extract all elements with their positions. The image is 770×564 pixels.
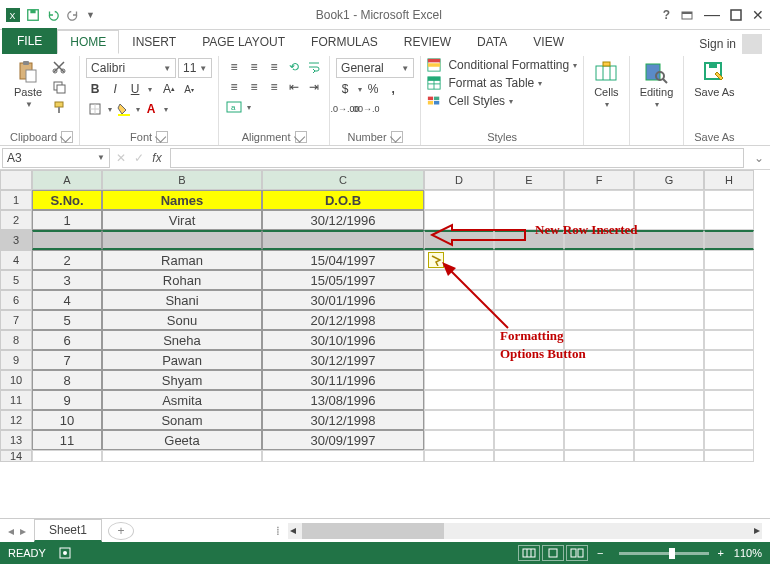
cell[interactable]	[424, 370, 494, 390]
row-header[interactable]: 8	[0, 330, 32, 350]
scroll-right-icon[interactable]: ▸	[754, 523, 760, 537]
cell[interactable]	[704, 250, 754, 270]
comma-icon[interactable]: ,	[384, 80, 402, 98]
font-name-select[interactable]: Calibri▼	[86, 58, 176, 78]
cell[interactable]: 15/04/1997	[262, 250, 424, 270]
minimize-icon[interactable]: —	[704, 6, 720, 24]
redo-icon[interactable]	[66, 8, 80, 22]
cell[interactable]: 3	[32, 270, 102, 290]
cell[interactable]	[704, 270, 754, 290]
row-header[interactable]: 11	[0, 390, 32, 410]
cell[interactable]	[634, 370, 704, 390]
cut-icon[interactable]	[50, 58, 68, 76]
cell[interactable]: 8	[32, 370, 102, 390]
cell[interactable]	[564, 350, 634, 370]
qat-customize-icon[interactable]: ▼	[86, 10, 95, 20]
cell[interactable]: 11	[32, 430, 102, 450]
cell[interactable]: 20/12/1998	[262, 310, 424, 330]
cell[interactable]: Pawan	[102, 350, 262, 370]
cell[interactable]	[634, 330, 704, 350]
col-header-F[interactable]: F	[564, 170, 634, 190]
maximize-icon[interactable]	[730, 9, 742, 21]
page-layout-view-icon[interactable]	[542, 545, 564, 561]
zoom-out-button[interactable]: −	[597, 547, 603, 559]
paste-button[interactable]: Paste ▼	[10, 58, 46, 111]
cell[interactable]	[704, 310, 754, 330]
cell[interactable]	[704, 190, 754, 210]
cell[interactable]	[262, 450, 424, 462]
zoom-in-button[interactable]: +	[717, 547, 723, 559]
select-all-corner[interactable]	[0, 170, 32, 190]
increase-font-icon[interactable]: A▴	[160, 80, 178, 98]
cell[interactable]: Shani	[102, 290, 262, 310]
tab-review[interactable]: REVIEW	[391, 30, 464, 54]
cell[interactable]: S.No.	[32, 190, 102, 210]
col-header-E[interactable]: E	[494, 170, 564, 190]
cell[interactable]: 30/11/1996	[262, 370, 424, 390]
cell[interactable]	[634, 270, 704, 290]
cell[interactable]	[564, 330, 634, 350]
tab-insert[interactable]: INSERT	[119, 30, 189, 54]
sign-in[interactable]: Sign in	[691, 34, 770, 54]
cell[interactable]	[704, 430, 754, 450]
close-icon[interactable]: ✕	[752, 7, 764, 23]
cell[interactable]: Geeta	[102, 430, 262, 450]
cell[interactable]	[634, 250, 704, 270]
cell[interactable]	[564, 230, 634, 250]
tab-home[interactable]: HOME	[57, 30, 119, 54]
alignment-launcher[interactable]	[295, 131, 307, 143]
col-header-A[interactable]: A	[32, 170, 102, 190]
cell[interactable]: 2	[32, 250, 102, 270]
col-header-C[interactable]: C	[262, 170, 424, 190]
align-center-icon[interactable]: ≡	[245, 78, 263, 96]
cell[interactable]	[704, 450, 754, 462]
cell[interactable]: 4	[32, 290, 102, 310]
cell[interactable]	[634, 350, 704, 370]
fx-icon[interactable]: fx	[148, 151, 166, 165]
row-header[interactable]: 2	[0, 210, 32, 230]
cell[interactable]: 15/05/1997	[262, 270, 424, 290]
editing-button[interactable]: Editing▾	[636, 58, 678, 111]
cell[interactable]	[634, 450, 704, 462]
save-icon[interactable]	[26, 8, 40, 22]
cell[interactable]	[32, 230, 102, 250]
ribbon-options-icon[interactable]	[680, 8, 694, 22]
cell[interactable]	[424, 450, 494, 462]
tab-data[interactable]: DATA	[464, 30, 520, 54]
clipboard-launcher[interactable]	[61, 131, 73, 143]
number-format-select[interactable]: General▼	[336, 58, 414, 78]
sheet-tab[interactable]: Sheet1	[34, 519, 102, 542]
underline-button[interactable]: U	[126, 80, 144, 98]
save-as-button[interactable]: Save As	[690, 58, 738, 100]
page-break-view-icon[interactable]	[566, 545, 588, 561]
expand-formula-icon[interactable]: ⌄	[748, 151, 770, 165]
col-header-H[interactable]: H	[704, 170, 754, 190]
cell[interactable]: 10	[32, 410, 102, 430]
cell[interactable]	[32, 450, 102, 462]
cell[interactable]: Sonu	[102, 310, 262, 330]
cell[interactable]	[102, 230, 262, 250]
cell[interactable]: Raman	[102, 250, 262, 270]
cell[interactable]	[564, 290, 634, 310]
cell[interactable]: 13/08/1996	[262, 390, 424, 410]
cell[interactable]: 30/10/1996	[262, 330, 424, 350]
accounting-icon[interactable]: $	[336, 80, 354, 98]
zoom-slider[interactable]	[619, 552, 709, 555]
cell[interactable]	[424, 430, 494, 450]
cell[interactable]	[634, 410, 704, 430]
formula-input[interactable]	[170, 148, 744, 168]
align-bottom-icon[interactable]: ≡	[265, 58, 283, 76]
cell[interactable]: 6	[32, 330, 102, 350]
help-icon[interactable]: ?	[663, 8, 670, 22]
row-header[interactable]: 14	[0, 450, 32, 462]
cell[interactable]	[102, 450, 262, 462]
row-header[interactable]: 1	[0, 190, 32, 210]
row-header[interactable]: 10	[0, 370, 32, 390]
row-header[interactable]: 3	[0, 230, 32, 250]
cell[interactable]	[634, 430, 704, 450]
align-middle-icon[interactable]: ≡	[245, 58, 263, 76]
cell[interactable]	[634, 290, 704, 310]
font-color-icon[interactable]: A	[142, 100, 160, 118]
cell[interactable]: Names	[102, 190, 262, 210]
cell[interactable]	[704, 390, 754, 410]
